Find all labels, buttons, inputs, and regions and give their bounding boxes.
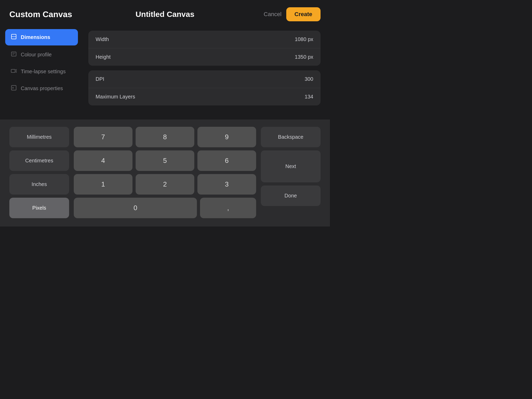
- colour-profile-icon: [10, 51, 17, 58]
- key-8[interactable]: 8: [136, 127, 194, 147]
- width-label: Width: [96, 36, 109, 42]
- sidebar-item-dimensions-label: Dimensions: [21, 34, 50, 40]
- sidebar-item-canvas-props[interactable]: Canvas properties: [5, 80, 78, 97]
- header-actions: Cancel Create: [264, 7, 321, 21]
- dpi-row: DPI 300: [88, 70, 321, 88]
- unit-inches[interactable]: Inches: [9, 174, 69, 195]
- dpi-value: 300: [305, 76, 313, 82]
- cancel-button[interactable]: Cancel: [264, 11, 281, 18]
- svg-point-7: [12, 87, 14, 88]
- sidebar-item-canvas-props-label: Canvas properties: [21, 85, 63, 91]
- max-layers-row: Maximum Layers 134: [88, 88, 321, 105]
- create-button[interactable]: Create: [286, 7, 321, 21]
- unit-buttons: Millimetres Centimetres Inches Pixels: [9, 127, 69, 218]
- key-7[interactable]: 7: [74, 127, 132, 147]
- svg-rect-2: [11, 52, 16, 56]
- canvas-props-icon: [10, 85, 17, 92]
- sidebar-item-dimensions[interactable]: Dimensions: [5, 29, 78, 45]
- done-button[interactable]: Done: [261, 185, 321, 206]
- key-3[interactable]: 3: [197, 174, 256, 195]
- sidebar-item-timelapse-label: Time-lapse settings: [21, 69, 66, 75]
- max-layers-value: 134: [305, 94, 313, 100]
- key-2[interactable]: 2: [136, 174, 194, 195]
- sidebar: Dimensions Colour profile Time-lapse set…: [5, 26, 78, 114]
- dpi-fields: DPI 300 Maximum Layers 134: [88, 70, 321, 105]
- key-9[interactable]: 9: [197, 127, 256, 147]
- numpad: 7 8 9 4 5 6 1 2 3 0 ,: [74, 127, 256, 218]
- numpad-row-3: 1 2 3: [74, 174, 256, 195]
- numpad-row-4: 0 ,: [74, 198, 256, 218]
- main-layout: Dimensions Colour profile Time-lapse set…: [0, 26, 330, 114]
- timelapse-icon: [10, 69, 17, 75]
- key-1[interactable]: 1: [74, 174, 132, 195]
- svg-rect-5: [11, 69, 15, 72]
- keyboard-section: Millimetres Centimetres Inches Pixels 7 …: [0, 119, 330, 227]
- width-value: 1080 px: [295, 36, 313, 42]
- header: Custom Canvas Untitled Canvas Cancel Cre…: [0, 0, 330, 26]
- unit-millimetres[interactable]: Millimetres: [9, 127, 69, 147]
- sidebar-item-colour-label: Colour profile: [21, 52, 52, 58]
- dimensions-icon: [10, 34, 17, 41]
- numpad-row-2: 4 5 6: [74, 150, 256, 171]
- key-6[interactable]: 6: [197, 150, 256, 171]
- backspace-button[interactable]: Backspace: [261, 127, 321, 147]
- max-layers-label: Maximum Layers: [96, 94, 135, 100]
- svg-rect-6: [11, 85, 16, 90]
- unit-pixels[interactable]: Pixels: [9, 198, 69, 218]
- height-row: Height 1350 px: [88, 48, 321, 66]
- key-4[interactable]: 4: [74, 150, 132, 171]
- height-value: 1350 px: [295, 54, 313, 60]
- app-title: Custom Canvas: [9, 10, 72, 19]
- height-label: Height: [96, 54, 111, 60]
- key-5[interactable]: 5: [136, 150, 194, 171]
- canvas-name: Untitled Canvas: [136, 10, 195, 19]
- numpad-row-1: 7 8 9: [74, 127, 256, 147]
- sidebar-item-colour-profile[interactable]: Colour profile: [5, 46, 78, 63]
- sidebar-item-timelapse[interactable]: Time-lapse settings: [5, 64, 78, 79]
- unit-centimetres[interactable]: Centimetres: [9, 150, 69, 171]
- content-area: Width 1080 px Height 1350 px DPI 300 Max…: [78, 26, 330, 114]
- dpi-label: DPI: [96, 76, 104, 82]
- key-comma[interactable]: ,: [200, 198, 256, 218]
- next-button[interactable]: Next: [261, 150, 321, 182]
- key-0[interactable]: 0: [74, 198, 197, 218]
- size-fields: Width 1080 px Height 1350 px: [88, 31, 321, 66]
- action-buttons: Backspace Next Done: [261, 127, 321, 206]
- width-row: Width 1080 px: [88, 31, 321, 48]
